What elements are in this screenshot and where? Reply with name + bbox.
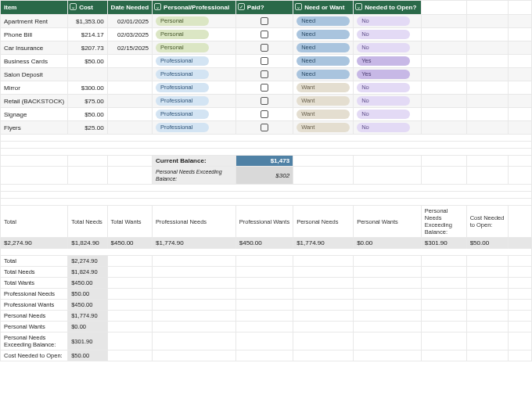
side-value[interactable]: $1,774.90 <box>68 311 107 322</box>
cell-date[interactable]: 02/15/2025 <box>107 41 152 55</box>
cell-date[interactable] <box>107 81 152 95</box>
pill-no[interactable]: No <box>357 110 410 119</box>
pill-need[interactable]: Need <box>297 56 350 66</box>
cell-pp[interactable]: Professional <box>153 55 236 68</box>
cell-item[interactable]: Flyers <box>1 121 68 135</box>
cell-open[interactable]: No <box>354 41 422 55</box>
cell-open[interactable]: Yes <box>354 55 422 68</box>
cell-date[interactable]: 02/01/2025 <box>107 15 152 28</box>
checkbox[interactable] <box>261 110 268 118</box>
cell-pp[interactable]: Professional <box>153 81 236 95</box>
cell-item[interactable]: Mirror <box>1 81 68 95</box>
cell-nw[interactable]: Want <box>293 108 354 121</box>
cell-paid[interactable] <box>235 28 293 41</box>
table-row[interactable]: Signage$50.00ProfessionalWantNo <box>1 108 532 121</box>
cell-pp[interactable]: Personal <box>153 28 236 41</box>
cell-nw[interactable]: Want <box>293 121 354 135</box>
cell-item[interactable]: Retail (BACKSTOCK) <box>1 95 68 108</box>
cell-nw[interactable]: Need <box>293 28 354 41</box>
cell-item[interactable]: Signage <box>1 108 68 121</box>
table-row[interactable]: Flyers$25.00ProfessionalWantNo <box>1 121 532 135</box>
cell-paid[interactable] <box>235 81 293 95</box>
cell-cost[interactable]: $300.00 <box>68 81 107 95</box>
totals-value[interactable]: $301.90 <box>421 238 466 249</box>
cell-cost[interactable]: $25.00 <box>68 121 107 135</box>
table-row[interactable]: Car Insurance$207.7302/15/2025PersonalNe… <box>1 41 532 55</box>
hdr-nw[interactable]: ⌄Need or Want <box>293 1 354 15</box>
cell-item[interactable]: Salon Deposit <box>1 68 68 81</box>
totals-value[interactable]: $1,774.90 <box>293 238 354 249</box>
hdr-date[interactable]: Date Needed <box>107 1 152 15</box>
side-value[interactable]: $450.00 <box>68 300 107 311</box>
pill-no[interactable]: No <box>357 96 410 106</box>
cell-nw[interactable]: Want <box>293 81 354 95</box>
cell-open[interactable]: No <box>354 15 422 28</box>
cell-cost[interactable] <box>68 68 107 81</box>
cell-paid[interactable] <box>235 108 293 121</box>
checkbox[interactable] <box>261 97 268 105</box>
pill-professional[interactable]: Professional <box>156 56 209 66</box>
side-value[interactable]: $50.00 <box>68 289 107 300</box>
table-row[interactable]: Salon DepositProfessionalNeedYes <box>1 68 532 81</box>
pill-need[interactable]: Need <box>297 70 350 79</box>
cell-nw[interactable]: Want <box>293 95 354 108</box>
hdr-paid[interactable]: ✓Paid? <box>235 1 293 15</box>
current-balance-value[interactable]: $1,473 <box>235 156 293 167</box>
hdr-pp[interactable]: ⌄Personal/Professional <box>153 1 236 15</box>
cell-cost[interactable]: $214.17 <box>68 28 107 41</box>
spreadsheet[interactable]: Item ⌄Cost Date Needed ⌄Personal/Profess… <box>0 0 532 361</box>
pill-want[interactable]: Want <box>297 96 350 106</box>
cell-paid[interactable] <box>235 15 293 28</box>
cell-date[interactable] <box>107 55 152 68</box>
cell-paid[interactable] <box>235 121 293 135</box>
pill-no[interactable]: No <box>357 43 410 52</box>
side-value[interactable]: $50.00 <box>68 350 107 361</box>
cell-paid[interactable] <box>235 95 293 108</box>
pill-personal[interactable]: Personal <box>156 30 209 39</box>
side-value[interactable]: $0.00 <box>68 322 107 332</box>
pill-yes[interactable]: Yes <box>357 56 410 66</box>
checkbox[interactable] <box>261 70 268 78</box>
cell-date[interactable] <box>107 108 152 121</box>
table-row[interactable]: Phone Bill$214.1702/03/2025PersonalNeedN… <box>1 28 532 41</box>
pill-professional[interactable]: Professional <box>156 83 209 92</box>
totals-value[interactable]: $50.00 <box>466 238 509 249</box>
cell-pp[interactable]: Professional <box>153 68 236 81</box>
cell-item[interactable]: Phone Bill <box>1 28 68 41</box>
cell-cost[interactable]: $50.00 <box>68 108 107 121</box>
pill-want[interactable]: Want <box>297 110 350 119</box>
checkbox[interactable] <box>261 31 268 38</box>
cell-date[interactable]: 02/03/2025 <box>107 28 152 41</box>
checkbox[interactable] <box>261 17 268 25</box>
cell-pp[interactable]: Professional <box>153 95 236 108</box>
totals-value[interactable]: $450.00 <box>235 238 293 249</box>
cell-paid[interactable] <box>235 41 293 55</box>
cell-nw[interactable]: Need <box>293 15 354 28</box>
pill-need[interactable]: Need <box>297 43 350 52</box>
checkbox[interactable] <box>261 44 268 52</box>
totals-value[interactable]: $450.00 <box>107 238 152 249</box>
totals-value[interactable]: $0.00 <box>354 238 422 249</box>
pill-yes[interactable]: Yes <box>357 70 410 79</box>
cell-item[interactable]: Business Cards <box>1 55 68 68</box>
pill-need[interactable]: Need <box>297 30 350 39</box>
pill-no[interactable]: No <box>357 30 410 39</box>
pill-no[interactable]: No <box>357 83 410 92</box>
cell-open[interactable]: No <box>354 81 422 95</box>
exceed-value[interactable]: $302 <box>235 167 293 185</box>
totals-value[interactable] <box>509 238 532 249</box>
pill-professional[interactable]: Professional <box>156 96 209 106</box>
hdr-open[interactable]: ⌄Needed to Open? <box>354 1 422 15</box>
pill-need[interactable]: Need <box>297 16 350 26</box>
cell-open[interactable]: Yes <box>354 68 422 81</box>
cell-paid[interactable] <box>235 55 293 68</box>
cell-open[interactable]: No <box>354 108 422 121</box>
table-row[interactable]: Business Cards$50.00ProfessionalNeedYes <box>1 55 532 68</box>
cell-date[interactable] <box>107 95 152 108</box>
side-value[interactable]: $1,824.90 <box>68 267 107 278</box>
pill-no[interactable]: No <box>357 16 410 26</box>
cell-open[interactable]: No <box>354 95 422 108</box>
cell-paid[interactable] <box>235 68 293 81</box>
pill-personal[interactable]: Personal <box>156 43 209 52</box>
totals-value[interactable]: $1,824.90 <box>68 238 107 249</box>
